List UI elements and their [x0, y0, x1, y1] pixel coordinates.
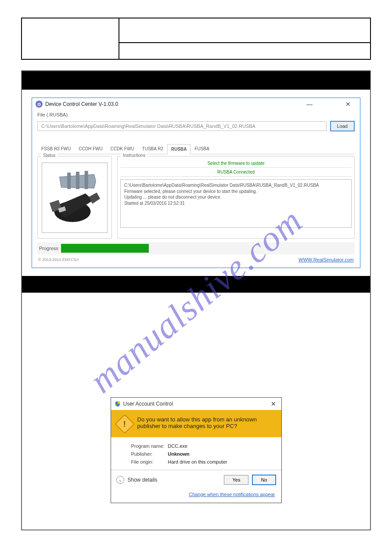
tab-fssb-r3-fwu[interactable]: FSSB R3 FWU [37, 144, 75, 154]
copyright-text: © 2013-2014 EMYCSA [38, 258, 79, 262]
tab-rusba[interactable]: RUSBA [167, 144, 191, 154]
change-notifications-link[interactable]: Change when these notifications appear [189, 492, 275, 497]
svg-rect-2 [76, 172, 79, 189]
file-path-input[interactable]: C:\Users\Bartolome\AppData\Roaming\RealS… [37, 121, 327, 131]
status-panel: Status [37, 156, 112, 239]
progress-label: Progress [39, 246, 58, 251]
progress-bar [61, 244, 149, 253]
svg-rect-3 [85, 171, 88, 189]
tab-tusba-r2[interactable]: TUSBA R2 [138, 144, 167, 154]
instruction-line-2: RUSBA Connected [120, 168, 352, 177]
uac-origin-value: Hard drive on this computer [168, 458, 230, 465]
warning-icon: ! [115, 414, 134, 434]
black-bar-top [22, 71, 370, 90]
shield-icon [115, 401, 121, 407]
close-button[interactable]: ✕ [342, 101, 354, 108]
yes-button[interactable]: Yes [224, 475, 248, 485]
uac-program-value: DCC.exe [168, 443, 230, 450]
document-header [21, 18, 371, 60]
app-window: ✿ Device Control Center V-1.03.0 — ✕ Fil… [32, 98, 360, 268]
show-details-link[interactable]: Show details [128, 477, 158, 483]
tab-ccdk-fwu[interactable]: CCDK FWU [107, 144, 138, 154]
instruction-line-1: Select the firmware to update [120, 159, 352, 168]
app-icon: ✿ [36, 101, 43, 108]
progress-row: Progress [37, 242, 355, 254]
black-bar-bottom [22, 276, 370, 293]
instructions-panel-title: Instructions [121, 153, 147, 158]
uac-question: Do you want to allow this app from an un… [137, 416, 276, 431]
minimize-button[interactable]: — [304, 101, 315, 108]
log-line: C:\Users\Bartolome\AppData\Roaming\RealS… [124, 182, 348, 189]
log-line: Firmware selected, please connect your d… [124, 189, 348, 195]
uac-program-label: Program name: [131, 443, 167, 450]
svg-rect-1 [67, 173, 71, 189]
tab-fusba[interactable]: FUSBA [191, 144, 213, 154]
file-section-label: File (.RUSBA) [37, 112, 355, 117]
tab-ccdh-fwu[interactable]: CCDH FWU [75, 144, 106, 154]
device-image [42, 163, 108, 233]
maximize-button[interactable] [323, 101, 334, 108]
log-line: Started at 25/03/2016 12:52:31 [124, 200, 348, 207]
load-button[interactable]: Load [330, 121, 355, 131]
screenshot-container: ✿ Device Control Center V-1.03.0 — ✕ Fil… [21, 70, 371, 530]
instructions-panel: Instructions Select the firmware to upda… [117, 156, 355, 239]
log-line: Updating ... please do not disconnect yo… [124, 194, 348, 200]
website-link[interactable]: WWW.RealSimulator.com [298, 257, 354, 262]
chevron-down-icon[interactable]: ⌄ [116, 476, 124, 484]
uac-publisher-value: Unknown [168, 450, 230, 457]
header-left-cell [22, 18, 119, 59]
log-output: C:\Users\Bartolome\AppData\Roaming\RealS… [120, 179, 352, 228]
status-panel-title: Status [41, 153, 57, 158]
tab-bar: FSSB R3 FWU CCDH FWU CCDK FWU TUSBA R2 R… [37, 144, 355, 154]
uac-publisher-label: Publisher: [131, 450, 167, 457]
uac-origin-label: File origin: [131, 458, 167, 465]
uac-dialog: User Account Control ✕ ! Do you want to … [111, 397, 282, 503]
window-title: Device Control Center V-1.03.0 [45, 101, 118, 107]
uac-title-text: User Account Control [123, 401, 173, 407]
uac-close-button[interactable]: ✕ [269, 400, 278, 407]
header-right-cell [119, 18, 370, 59]
no-button[interactable]: No [252, 475, 276, 485]
